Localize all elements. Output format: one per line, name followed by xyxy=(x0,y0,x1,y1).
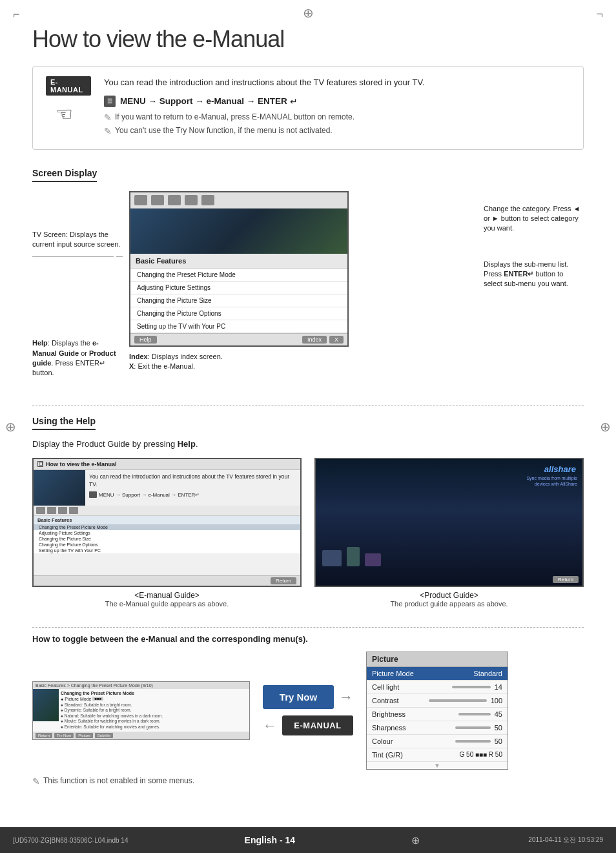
emanual-guide-subcaption: The e-Manual guide appears as above. xyxy=(32,600,302,608)
index-label: Index: Displays index screen. X: Exit th… xyxy=(129,352,477,372)
sd-label-top: TV Screen: Displays the current input so… xyxy=(32,230,123,262)
mini-icon3 xyxy=(58,507,67,514)
mini-icon1 xyxy=(36,507,45,514)
emanual-footer: Help Index X xyxy=(130,333,347,345)
intro-description: You can read the introduction and instru… xyxy=(104,76,570,89)
intro-content: You can read the introduction and instru… xyxy=(104,76,570,139)
guide-body: You can read the introduction and instru… xyxy=(34,470,300,506)
emanual-top-icon3 xyxy=(168,195,181,205)
arrow-left-icon: ← xyxy=(263,717,277,734)
product-guide-box: allshare Sync media from multiple device… xyxy=(314,458,584,608)
footer-crosshair: ⊕ xyxy=(411,834,420,847)
sharpness-bar xyxy=(455,726,491,729)
small-emanual-footer: Return Try Now Picture Subtitle xyxy=(33,732,249,739)
intro-box: E-MANUAL ☜ You can read the introduction… xyxy=(32,66,584,150)
menu-icon: ☰ xyxy=(104,96,116,107)
note2: ✎ You can't use the Try Now function, if… xyxy=(104,126,570,136)
contrast-bar xyxy=(429,699,487,702)
guide-tv-preview xyxy=(34,470,85,506)
emanual-screen-mockup: Basic Features Changing the Preset Pictu… xyxy=(129,191,349,347)
menu-path: ☰ MENU → Support → e-Manual → ENTER ↵ xyxy=(104,96,570,107)
tint-row[interactable]: Tint (G/R) G 50 ■■■ R 50 xyxy=(367,748,508,762)
screen-display-section: Screen Display TV Screen: Displays the c… xyxy=(32,168,584,386)
small-title: Changing the Preset Picture Mode xyxy=(61,691,247,695)
crosshair-left: ⊕ xyxy=(5,419,16,435)
device-phone xyxy=(347,547,360,566)
footer-file: [UD5700-ZG]BN68-03506C-L04.indb 14 xyxy=(13,837,128,844)
x-btn[interactable]: X xyxy=(329,336,344,344)
emanual-guide-caption: <E-manual Guide> xyxy=(32,591,302,600)
contrast-row[interactable]: Contrast 100 xyxy=(367,694,508,708)
enter-icon: ↵ xyxy=(290,96,298,107)
small-emanual-body: Changing the Preset Picture Mode ● Pictu… xyxy=(33,689,249,732)
emanual-top-icon2 xyxy=(151,195,164,205)
corner-tr: ¬ xyxy=(596,8,603,21)
emanual-menu-item-1[interactable]: Changing the Preset Picture Mode xyxy=(130,269,347,282)
cell-light-row[interactable]: Cell light 14 xyxy=(367,681,508,694)
mini-basic-features: Basic Features xyxy=(34,516,300,524)
index-btn[interactable]: Index xyxy=(302,336,327,344)
product-return-btn[interactable]: Return xyxy=(553,576,579,583)
crosshair-top: ⊕ xyxy=(303,5,314,21)
try-now-button[interactable]: Try Now xyxy=(263,685,334,709)
colour-row[interactable]: Colour 50 xyxy=(367,735,508,748)
emanual-topbar xyxy=(130,192,347,209)
picture-menu: Picture Picture Mode Standard Cell light… xyxy=(366,652,508,770)
screen-display-layout: TV Screen: Displays the current input so… xyxy=(32,191,584,386)
picture-mode-row: ● Picture Mode ■■■ xyxy=(61,697,247,701)
emanual-badge: E-MANUAL xyxy=(46,76,91,96)
toggle-section: How to toggle between the e-Manual and t… xyxy=(32,634,584,786)
crosshair-right: ⊕ xyxy=(600,419,611,435)
device-tv xyxy=(322,550,342,566)
mini-icon4 xyxy=(69,507,78,514)
return-btn-small[interactable]: Return xyxy=(36,733,52,738)
emanual-guide-box: ☐ How to view the e-Manual You can read … xyxy=(32,458,302,608)
picture-btn-small[interactable]: Picture xyxy=(76,733,93,738)
help-subtitle: Display the Product Guide by pressing He… xyxy=(32,439,584,449)
sd-center: Basic Features Changing the Preset Pictu… xyxy=(129,191,477,372)
mini-icon-row xyxy=(34,506,300,516)
device-tablet xyxy=(365,553,381,566)
return-btn[interactable]: Return xyxy=(271,577,296,584)
device-icons xyxy=(322,547,381,566)
emanual-guide-screen: ☐ How to view the e-Manual You can read … xyxy=(32,458,302,587)
emanual-menu-item-2[interactable]: Adjusting Picture Settings xyxy=(130,282,347,294)
brightness-row[interactable]: Brightness 45 xyxy=(367,708,508,721)
help-btn[interactable]: Help xyxy=(134,336,157,344)
allshare-text: allshare xyxy=(544,464,576,474)
footer-date: 2011-04-11 오전 10:53:29 xyxy=(528,836,603,845)
small-emanual: Basic Features > Changing the Preset Pic… xyxy=(32,681,250,740)
picture-mode-row[interactable]: Picture Mode Standard xyxy=(367,667,508,681)
toggle-center: Try Now → ← E-MANUAL xyxy=(263,685,353,735)
page-wrapper: ⌐ ¬ ⊕ ⊕ ⊕ How to view the e-Manual E-MAN… xyxy=(0,0,616,853)
product-text: Sync media from multiple devices with Al… xyxy=(526,475,577,487)
sd-right-label-top: Change the category. Press ◄ or ► button… xyxy=(484,204,584,234)
using-help-section: Using the Help Display the Product Guide… xyxy=(32,416,584,608)
mini-item3: Changing the Picture Options xyxy=(34,542,300,548)
mini-icon2 xyxy=(47,507,56,514)
small-emanual-header: Basic Features > Changing the Preset Pic… xyxy=(33,682,249,689)
emanual-menu-item-3[interactable]: Changing the Picture Size xyxy=(130,294,347,307)
small-emanual-content: Changing the Preset Picture Mode ● Pictu… xyxy=(59,689,249,732)
small-tv-preview xyxy=(33,689,59,721)
arrow-right-icon: → xyxy=(339,689,353,706)
emanual-menu-item-5[interactable]: Setting up the TV with Your PC xyxy=(130,320,347,333)
screen-display-header: Screen Display xyxy=(32,168,97,182)
sharpness-row[interactable]: Sharpness 50 xyxy=(367,721,508,735)
emanual-row: ← E-MANUAL xyxy=(263,715,353,735)
hand-icon: ☜ xyxy=(56,103,91,125)
emanual-button[interactable]: E-MANUAL xyxy=(282,715,353,735)
divider1 xyxy=(32,406,584,406)
guide-footer: Return xyxy=(34,575,300,586)
subtitle-btn-small[interactable]: Subtitle xyxy=(95,733,113,738)
emanual-menu-item-4[interactable]: Changing the Picture Options xyxy=(130,307,347,320)
emanual-category: Basic Features xyxy=(130,254,347,269)
small-bullet-text: ● Standard: Suitable for a bright room. … xyxy=(61,703,247,730)
emanual-top-icon4 xyxy=(185,195,198,205)
mini-item2: Changing the Picture Size xyxy=(34,536,300,542)
emanual-tv-preview xyxy=(130,209,347,254)
toggle-right: Picture Picture Mode Standard Cell light… xyxy=(366,652,584,770)
toggle-left: Basic Features > Changing the Preset Pic… xyxy=(32,681,250,740)
try-now-btn-small[interactable]: Try Now xyxy=(54,733,74,738)
page-title: How to view the e-Manual xyxy=(32,26,584,53)
